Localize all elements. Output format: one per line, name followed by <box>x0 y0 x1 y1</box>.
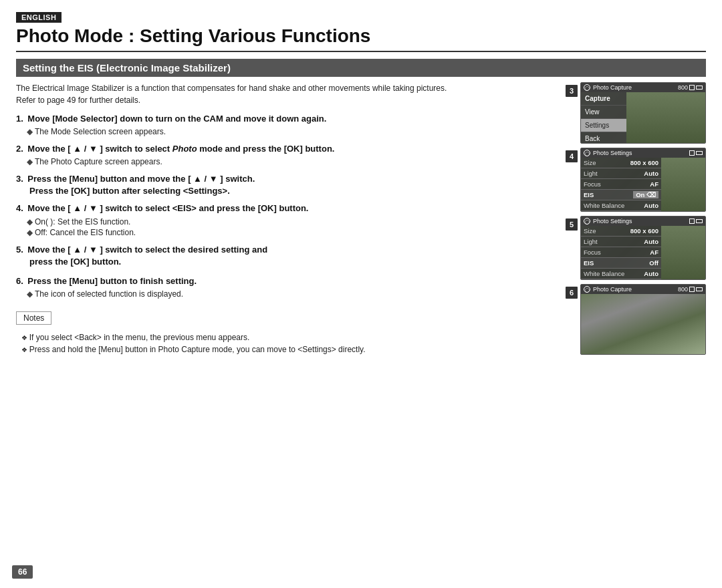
screen-4-mockup: ◯ Photo Settings Size 800 x 600 <box>580 148 706 212</box>
step-2-italic: Photo <box>172 144 197 154</box>
step-4-sub-0: ◆On( ): Set the EIS function. <box>16 216 555 228</box>
step-2-sub-0: The Photo Capture screen appears. <box>35 157 162 166</box>
screen-4-settings-bg: Size 800 x 600 Light Auto Focus AF <box>581 158 705 211</box>
notes-item-1: Press and hold the [Menu] button in Phot… <box>16 343 555 355</box>
screen-3-menu-settings: Settings <box>581 119 626 132</box>
screen-5-wrapper: 5 ◯ Photo Settings Size <box>580 216 706 280</box>
page-number: 66 <box>12 565 33 579</box>
left-column: The Electrical Image Stabilizer is a fun… <box>16 82 555 355</box>
step-6: 6. Press the [Menu] button to finish set… <box>16 275 555 300</box>
step-1-sub: ◆The Mode Selection screen appears. <box>16 126 555 138</box>
row5-eis-label: EIS <box>584 259 594 267</box>
row5-focus-value: AF <box>650 249 658 256</box>
screen-4-settings-table: Size 800 x 600 Light Auto Focus AF <box>581 158 661 211</box>
row4-size-label: Size <box>584 159 596 166</box>
notes-items: If you select <Back> in the menu, the pr… <box>16 331 555 355</box>
row4-eis-value: On ⌫ <box>633 191 658 198</box>
screen-4-row-eis: EIS On ⌫ <box>581 190 661 200</box>
screen-5-battery <box>696 219 703 223</box>
step-3-main: 3. Press the [Menu] button and move the … <box>16 173 555 197</box>
screen-5-row-eis: EIS Off <box>581 258 661 269</box>
step-6-text: Press the [Menu] button to finish settin… <box>27 276 197 286</box>
screen-3-badge: 3 <box>566 85 578 97</box>
screen-6-wrapper: 6 ◯ Photo Capture 800 <box>580 284 706 355</box>
screen-6-badge: 6 <box>566 287 578 299</box>
screen-3-num: 800 <box>678 84 688 91</box>
screen-4-title: Photo Settings <box>593 150 687 156</box>
step-2-number: 2. <box>16 144 23 154</box>
row5-size-value: 800 x 600 <box>630 227 658 235</box>
step-6-main: 6. Press the [Menu] button to finish set… <box>16 275 555 287</box>
screen-5-icon1 <box>689 218 695 224</box>
cam-icon-4: ◯ <box>584 150 590 156</box>
notes-box: Notes <box>16 311 51 325</box>
step-6-number: 6. <box>16 276 23 286</box>
row4-wb-value: Auto <box>644 202 658 209</box>
step-4-number: 4. <box>16 203 23 213</box>
row4-light-label: Light <box>584 170 598 177</box>
step-1-number: 1. <box>16 114 23 124</box>
screen-6-mockup: ◯ Photo Capture 800 <box>580 284 706 355</box>
notes-item-0: If you select <Back> in the menu, the pr… <box>16 331 555 343</box>
screen-6-battery <box>696 287 703 291</box>
screen-4-topbar-icons <box>689 150 703 156</box>
screen-4-row-size: Size 800 x 600 <box>581 158 661 168</box>
step-5: 5. Move the [ ▲ / ▼ ] switch to select t… <box>16 244 555 268</box>
row5-light-value: Auto <box>644 238 658 245</box>
step-1: 1. Move [Mode Selector] down to turn on … <box>16 113 555 138</box>
step-4: 4. Move the [ ▲ / ▼ ] switch to select <… <box>16 202 555 239</box>
screen-6-topbar: ◯ Photo Capture 800 <box>581 285 705 294</box>
screen-3-battery <box>696 86 703 90</box>
step-1-text: Move [Mode Selector] down to turn on the… <box>27 114 326 124</box>
screen-5-title: Photo Settings <box>593 218 687 225</box>
intro-line1: The Electrical Image Stabilizer is a fun… <box>16 84 447 93</box>
intro-text: The Electrical Image Stabilizer is a fun… <box>16 82 555 106</box>
screen-5-settings-table: Size 800 x 600 Light Auto Focus AF <box>581 226 661 279</box>
step-2-sub: ◆The Photo Capture screen appears. <box>16 156 555 168</box>
screen-6-title: Photo Capture <box>593 286 675 293</box>
screen-3-menu: Capture View Settings Back <box>581 92 626 143</box>
step-5-number: 5. <box>16 245 23 255</box>
screen-5-photo-right <box>661 226 705 279</box>
screen-3-title: Photo Capture <box>593 84 675 91</box>
cam-icon-6: ◯ <box>584 286 590 293</box>
screen-4-row-wb: White Balance Auto <box>581 200 661 211</box>
step-3-line1: Press the [Menu] button and move the [ ▲… <box>27 174 255 184</box>
screen-4-icon1 <box>689 150 695 156</box>
row4-focus-label: Focus <box>584 180 601 188</box>
screen-5-topbar: ◯ Photo Settings <box>581 216 705 226</box>
screen-5-row-light: Light Auto <box>581 237 661 247</box>
intro-line2: Refer to page 49 for further details. <box>16 96 140 105</box>
row4-focus-value: AF <box>650 180 658 188</box>
screen-3-icon1 <box>689 85 695 90</box>
row4-light-value: Auto <box>644 170 658 177</box>
screen-6-icon1 <box>689 287 695 292</box>
step-5-main: 5. Move the [ ▲ / ▼ ] switch to select t… <box>16 244 555 268</box>
step-4-sub-text-1: Off: Cancel the EIS function. <box>35 228 136 237</box>
step-2: 2. Move the [ ▲ / ▼ ] switch to select P… <box>16 143 555 168</box>
row5-focus-label: Focus <box>584 249 601 256</box>
step-6-sub-text: The icon of selected function is display… <box>35 289 183 299</box>
screen-3-photo-right <box>626 92 705 143</box>
screen-3-mockup: ◯ Photo Capture 800 Capture View <box>580 82 706 144</box>
cam-icon-3: ◯ <box>584 84 590 91</box>
row5-light-label: Light <box>584 238 598 245</box>
step-2-before: Move the [ ▲ / ▼ ] switch to select <box>27 144 172 154</box>
screen-4-photo-right <box>661 158 705 211</box>
row4-eis-label: EIS <box>584 191 594 198</box>
row5-size-label: Size <box>584 227 596 235</box>
right-column: 3 ◯ Photo Capture 800 <box>566 82 706 355</box>
screen-5-settings-bg: Size 800 x 600 Light Auto Focus AF <box>581 226 705 279</box>
screen-5-topbar-icons <box>689 218 703 224</box>
screen-3-topbar: ◯ Photo Capture 800 <box>581 83 705 92</box>
screen-3-menu-view: View <box>581 106 626 119</box>
row5-wb-value: Auto <box>644 270 658 277</box>
screen-5-row-focus: Focus AF <box>581 247 661 258</box>
screen-3-photo: Capture View Settings Back <box>581 92 705 143</box>
screen-4-wrapper: 4 ◯ Photo Settings Size <box>580 148 706 212</box>
screen-3-topbar-icons: 800 <box>678 84 703 91</box>
screen-5-mockup: ◯ Photo Settings Size 800 x 600 <box>580 216 706 280</box>
screen-3-menu-capture: Capture <box>581 92 626 106</box>
content-area: The Electrical Image Stabilizer is a fun… <box>16 82 706 355</box>
screen-6-photo <box>581 294 705 354</box>
